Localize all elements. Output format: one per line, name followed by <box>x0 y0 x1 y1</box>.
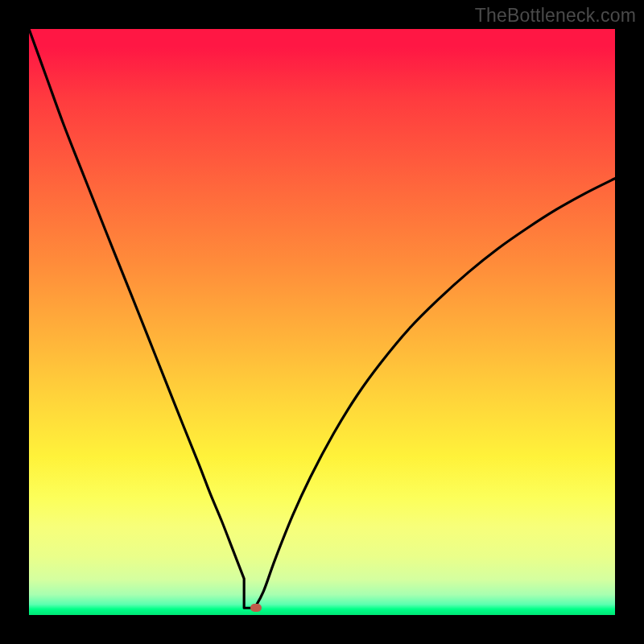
bottleneck-curve <box>29 29 615 608</box>
plot-area <box>29 29 615 615</box>
curve-svg <box>29 29 615 615</box>
chart-frame: TheBottleneck.com <box>0 0 644 644</box>
watermark-text: TheBottleneck.com <box>475 5 636 27</box>
optimum-marker <box>250 604 262 612</box>
